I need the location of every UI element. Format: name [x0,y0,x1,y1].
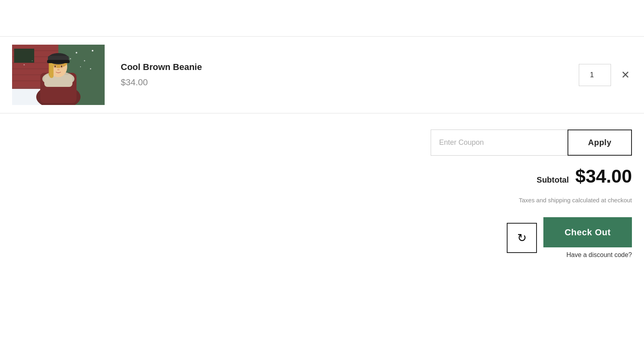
svg-point-25 [54,66,56,68]
coupon-input[interactable] [431,130,568,156]
tax-note: Taxes and shipping calculated at checkou… [519,197,632,204]
svg-point-27 [57,69,60,70]
refresh-icon: ↻ [517,231,526,245]
svg-point-34 [24,64,25,66]
svg-point-31 [70,58,71,60]
svg-rect-22 [47,60,70,63]
action-row: ↻ Check Out Have a discount code? [507,217,632,259]
subtotal-amount: $34.00 [575,165,632,187]
svg-point-29 [84,60,85,62]
svg-rect-10 [14,49,34,63]
remove-item-button[interactable]: ✕ [619,68,632,82]
subtotal-row: Subtotal $34.00 [537,165,632,187]
product-price: $34.00 [121,77,579,88]
svg-point-33 [90,68,91,70]
svg-point-26 [61,66,62,68]
quantity-input[interactable] [579,64,611,86]
subtotal-label: Subtotal [537,175,569,185]
svg-point-35 [32,60,33,61]
page-container: Cool Brown Beanie $34.00 ✕ Apply Subtota… [0,36,644,362]
cart-item-row: Cool Brown Beanie $34.00 ✕ [0,37,644,113]
quantity-remove-group: ✕ [579,64,632,86]
bottom-section: Apply Subtotal $34.00 Taxes and shipping… [0,113,644,275]
coupon-row: Apply [431,130,632,156]
product-image-wrapper [12,45,105,105]
refresh-cart-button[interactable]: ↻ [507,223,537,253]
product-name: Cool Brown Beanie [121,62,579,72]
discount-code-link[interactable]: Have a discount code? [566,251,632,259]
svg-point-28 [76,52,77,53]
product-info: Cool Brown Beanie $34.00 [105,62,579,88]
checkout-wrapper: Check Out Have a discount code? [543,217,632,259]
product-image [12,45,105,105]
svg-point-30 [92,50,93,51]
svg-point-32 [80,66,81,67]
apply-coupon-button[interactable]: Apply [568,130,632,156]
checkout-button[interactable]: Check Out [543,217,632,247]
